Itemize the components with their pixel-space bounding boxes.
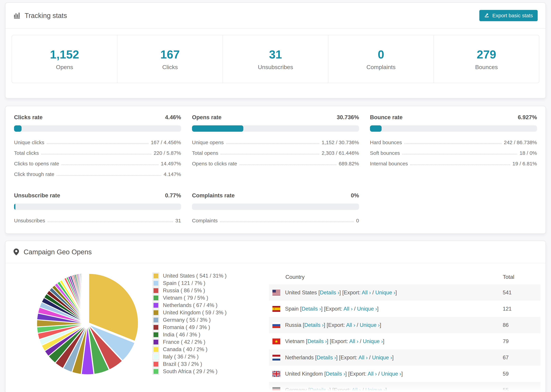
export-all-link[interactable]: All › [362, 290, 371, 295]
rate-detail-label: Unique opens [192, 140, 224, 145]
dotted-leader [239, 165, 336, 165]
dotted-leader [221, 154, 319, 154]
rate-detail-value: 167 / 4.456% [151, 140, 181, 145]
export-all-link[interactable]: All › [367, 371, 377, 377]
legend-label: United Kingdom ( 59 / 3% ) [163, 309, 226, 316]
rate-detail-label: Opens to clicks rate [192, 161, 237, 167]
geo-country-links: Germany [Details ›] [Export: All › / Uni… [285, 387, 387, 392]
geo-table-row: United States [Details ›] [Export: All ›… [269, 284, 540, 301]
export-unique-link[interactable]: Unique › [357, 306, 377, 312]
export-unique-link[interactable]: Unique › [360, 322, 380, 328]
rate-detail-row: Unique opens1,152 / 30.736% [192, 140, 359, 145]
rate-detail-value: 31 [175, 218, 181, 224]
details-link[interactable]: Details › [307, 338, 327, 344]
export-all-link[interactable]: All › [346, 322, 355, 328]
rate-title: Complaints rate [192, 192, 235, 199]
rate-value: 30.736% [337, 114, 359, 121]
legend-item: United States ( 541 / 31% ) [153, 272, 269, 280]
dotted-leader [47, 143, 148, 144]
rate-detail-label: Soft bounces [370, 150, 400, 156]
legend-label: France ( 42 / 2% ) [163, 339, 205, 345]
rate-value: 4.46% [165, 114, 181, 121]
rate-detail-row: Total clicks220 / 5.87% [14, 150, 181, 156]
legend-label: Brazil ( 33 / 2% ) [163, 361, 202, 367]
dotted-leader [41, 154, 151, 154]
tracking-stats-title-row: Tracking stats [13, 12, 67, 20]
rate-value: 0% [351, 192, 359, 199]
tracking-stats-card: Tracking stats Export basic stats 1,152O… [5, 2, 546, 98]
bracket: [ [303, 322, 304, 328]
stat-cell: 0Complaints [328, 35, 434, 83]
export-unique-link[interactable]: Unique › [381, 371, 401, 377]
bracket: ] [Export: [336, 355, 359, 361]
rate-detail-row: Complaints0 [192, 218, 359, 224]
export-all-link[interactable]: All › [352, 387, 361, 392]
country-name: Netherlands [285, 355, 315, 361]
details-link[interactable]: Details › [317, 355, 336, 361]
details-link[interactable]: Details › [320, 290, 339, 295]
details-link[interactable]: Details › [302, 306, 321, 312]
rate-detail-row: Total opens2,303 / 61.446% [192, 150, 359, 156]
stat-cell: 167Clicks [117, 35, 223, 83]
legend-swatch [153, 295, 159, 301]
page-title: Tracking stats [25, 12, 67, 20]
bracket: ] [377, 306, 379, 312]
stat-cell: 1,152Opens [12, 35, 117, 83]
stat-cell: 279Bounces [434, 35, 539, 83]
rate-title: Unsubscribe rate [14, 192, 60, 199]
country-name: Germany [285, 387, 308, 392]
rate-progress-track [14, 125, 181, 132]
export-all-link[interactable]: All › [343, 306, 353, 312]
legend-label: South Africa ( 29 / 2% ) [163, 368, 218, 375]
rates-grid: Clicks rate4.46%Unique clicks167 / 4.456… [14, 114, 537, 228]
details-link[interactable]: Details › [326, 371, 345, 377]
stat-value: 31 [269, 48, 282, 61]
export-all-link[interactable]: All › [349, 338, 358, 344]
dotted-leader [220, 222, 354, 222]
legend-label: Netherlands ( 67 / 4% ) [163, 302, 218, 308]
rate-detail-label: Total opens [192, 150, 218, 156]
separator: / [367, 355, 372, 361]
rate-block: Unsubscribe rate0.77%Unsubscribes31 [14, 192, 181, 228]
bracket: ] [Export: [321, 306, 343, 312]
dotted-leader [404, 143, 502, 144]
rate-progress-fill [192, 125, 243, 132]
rates-card: Clicks rate4.46%Unique clicks167 / 4.456… [5, 106, 546, 234]
legend-swatch [153, 354, 159, 360]
geo-country-links: United States [Details ›] [Export: All ›… [285, 290, 397, 296]
geo-table-row: Spain [Details ›] [Export: All › / Uniqu… [269, 301, 540, 317]
details-link[interactable]: Details › [304, 322, 324, 328]
flag-nl-icon [272, 355, 280, 361]
rate-header: Unsubscribe rate0.77% [14, 192, 181, 199]
export-basic-stats-button[interactable]: Export basic stats [479, 10, 538, 21]
geo-table-header-country: Country [269, 274, 503, 280]
legend-item: Italy ( 36 / 2% ) [153, 353, 269, 360]
legend-label: Germany ( 55 / 3% ) [163, 317, 211, 323]
rate-header: Clicks rate4.46% [14, 114, 181, 121]
rate-detail-value: 2,303 / 61.446% [322, 150, 359, 156]
export-unique-link[interactable]: Unique › [372, 355, 392, 361]
dotted-leader [57, 175, 161, 176]
country-name: United States [285, 290, 318, 295]
export-unique-link[interactable]: Unique › [363, 338, 383, 344]
country-name: United Kingdom [285, 371, 324, 377]
geo-country-cell: Russia [Details ›] [Export: All › / Uniq… [272, 322, 503, 328]
bracket: [ [324, 371, 326, 377]
rate-detail-value: 4.147% [164, 171, 181, 177]
bracket: ] [Export: [327, 338, 349, 344]
export-all-link[interactable]: All › [359, 355, 367, 361]
rate-detail-value: 242 / 86.738% [504, 140, 537, 145]
legend-item: Romania ( 49 / 3% ) [153, 324, 269, 331]
details-link[interactable]: Details › [310, 387, 329, 392]
export-unique-link[interactable]: Unique › [375, 290, 395, 295]
legend-label: Romania ( 49 / 3% ) [163, 324, 210, 330]
geo-body: United States ( 541 / 31% )Spain ( 121 /… [6, 263, 545, 392]
legend-label: United States ( 541 / 31% ) [163, 273, 226, 279]
geo-table: Country Total United States [Details ›] … [269, 263, 545, 392]
dotted-leader [226, 143, 319, 144]
rate-detail-value: 14.497% [161, 161, 181, 167]
legend-item: Vietnam ( 79 / 5% ) [153, 294, 269, 301]
export-unique-link[interactable]: Unique › [365, 387, 385, 392]
geo-total-cell: 541 [503, 290, 540, 296]
legend-swatch [153, 302, 159, 308]
